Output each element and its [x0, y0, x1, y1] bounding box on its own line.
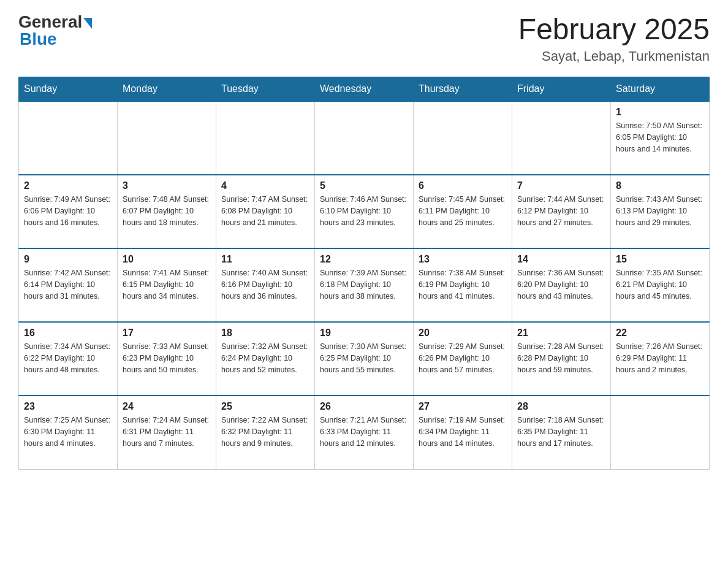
- calendar-day-cell: 7Sunrise: 7:44 AM Sunset: 6:12 PM Daylig…: [512, 175, 611, 248]
- day-number: 23: [24, 401, 112, 412]
- calendar-day-cell: [414, 101, 512, 175]
- calendar-day-cell: 1Sunrise: 7:50 AM Sunset: 6:05 PM Daylig…: [611, 101, 710, 175]
- calendar-week-row: 16Sunrise: 7:34 AM Sunset: 6:22 PM Dayli…: [19, 322, 710, 396]
- logo-arrow-icon: [83, 18, 92, 29]
- day-info: Sunrise: 7:24 AM Sunset: 6:31 PM Dayligh…: [123, 415, 211, 449]
- day-info: Sunrise: 7:42 AM Sunset: 6:14 PM Dayligh…: [24, 267, 112, 302]
- day-number: 3: [123, 180, 211, 191]
- day-info: Sunrise: 7:28 AM Sunset: 6:28 PM Dayligh…: [517, 341, 605, 375]
- day-number: 11: [221, 254, 309, 265]
- calendar-week-row: 23Sunrise: 7:25 AM Sunset: 6:30 PM Dayli…: [19, 396, 710, 469]
- calendar-day-cell: 10Sunrise: 7:41 AM Sunset: 6:15 PM Dayli…: [118, 248, 216, 322]
- calendar-day-cell: 16Sunrise: 7:34 AM Sunset: 6:22 PM Dayli…: [19, 322, 118, 396]
- day-of-week-header: Monday: [118, 77, 216, 102]
- day-info: Sunrise: 7:30 AM Sunset: 6:25 PM Dayligh…: [320, 341, 408, 375]
- calendar-day-cell: 2Sunrise: 7:49 AM Sunset: 6:06 PM Daylig…: [19, 175, 118, 248]
- day-info: Sunrise: 7:49 AM Sunset: 6:06 PM Dayligh…: [24, 194, 112, 228]
- logo: General Blue: [18, 12, 92, 49]
- calendar-day-cell: 25Sunrise: 7:22 AM Sunset: 6:32 PM Dayli…: [216, 396, 315, 469]
- day-info: Sunrise: 7:32 AM Sunset: 6:24 PM Dayligh…: [221, 341, 309, 375]
- day-info: Sunrise: 7:22 AM Sunset: 6:32 PM Dayligh…: [221, 415, 309, 449]
- day-info: Sunrise: 7:33 AM Sunset: 6:23 PM Dayligh…: [123, 341, 211, 375]
- day-number: 10: [123, 254, 211, 265]
- day-number: 7: [517, 180, 605, 191]
- calendar-day-cell: 26Sunrise: 7:21 AM Sunset: 6:33 PM Dayli…: [315, 396, 414, 469]
- calendar-day-cell: [315, 101, 414, 175]
- calendar-week-row: 2Sunrise: 7:49 AM Sunset: 6:06 PM Daylig…: [19, 175, 710, 248]
- month-title: February 2025: [518, 12, 710, 46]
- day-number: 24: [123, 401, 211, 412]
- day-number: 13: [419, 254, 507, 265]
- logo-blue-text: Blue: [18, 29, 57, 49]
- location-subtitle: Sayat, Lebap, Turkmenistan: [518, 48, 710, 64]
- day-info: Sunrise: 7:19 AM Sunset: 6:34 PM Dayligh…: [419, 415, 507, 449]
- day-number: 28: [517, 401, 605, 412]
- day-info: Sunrise: 7:40 AM Sunset: 6:16 PM Dayligh…: [221, 267, 309, 302]
- calendar-day-cell: 13Sunrise: 7:38 AM Sunset: 6:19 PM Dayli…: [414, 248, 512, 322]
- calendar-day-cell: 18Sunrise: 7:32 AM Sunset: 6:24 PM Dayli…: [216, 322, 315, 396]
- calendar-header-row: SundayMondayTuesdayWednesdayThursdayFrid…: [19, 77, 710, 102]
- day-of-week-header: Tuesday: [216, 77, 315, 102]
- day-info: Sunrise: 7:45 AM Sunset: 6:11 PM Dayligh…: [419, 194, 507, 228]
- calendar-day-cell: [19, 101, 118, 175]
- day-info: Sunrise: 7:36 AM Sunset: 6:20 PM Dayligh…: [517, 267, 605, 302]
- day-info: Sunrise: 7:29 AM Sunset: 6:26 PM Dayligh…: [419, 341, 507, 375]
- calendar-day-cell: 19Sunrise: 7:30 AM Sunset: 6:25 PM Dayli…: [315, 322, 414, 396]
- day-info: Sunrise: 7:34 AM Sunset: 6:22 PM Dayligh…: [24, 341, 112, 375]
- day-number: 8: [616, 180, 704, 191]
- day-info: Sunrise: 7:18 AM Sunset: 6:35 PM Dayligh…: [517, 415, 605, 449]
- day-number: 18: [221, 327, 309, 339]
- title-block: February 2025 Sayat, Lebap, Turkmenistan: [518, 12, 710, 64]
- day-info: Sunrise: 7:26 AM Sunset: 6:29 PM Dayligh…: [616, 341, 704, 375]
- day-info: Sunrise: 7:43 AM Sunset: 6:13 PM Dayligh…: [616, 194, 704, 228]
- calendar-day-cell: 3Sunrise: 7:48 AM Sunset: 6:07 PM Daylig…: [118, 175, 216, 248]
- day-number: 15: [616, 254, 704, 265]
- calendar-day-cell: 20Sunrise: 7:29 AM Sunset: 6:26 PM Dayli…: [414, 322, 512, 396]
- day-number: 2: [24, 180, 112, 191]
- day-number: 27: [419, 401, 507, 412]
- day-number: 14: [517, 254, 605, 265]
- day-number: 9: [24, 254, 112, 265]
- day-info: Sunrise: 7:21 AM Sunset: 6:33 PM Dayligh…: [320, 415, 408, 449]
- day-info: Sunrise: 7:39 AM Sunset: 6:18 PM Dayligh…: [320, 267, 408, 302]
- calendar-day-cell: 14Sunrise: 7:36 AM Sunset: 6:20 PM Dayli…: [512, 248, 611, 322]
- calendar-day-cell: [512, 101, 611, 175]
- day-info: Sunrise: 7:25 AM Sunset: 6:30 PM Dayligh…: [24, 415, 112, 449]
- calendar-day-cell: [216, 101, 315, 175]
- day-info: Sunrise: 7:35 AM Sunset: 6:21 PM Dayligh…: [616, 267, 704, 302]
- calendar-day-cell: 6Sunrise: 7:45 AM Sunset: 6:11 PM Daylig…: [414, 175, 512, 248]
- day-info: Sunrise: 7:46 AM Sunset: 6:10 PM Dayligh…: [320, 194, 408, 228]
- day-info: Sunrise: 7:41 AM Sunset: 6:15 PM Dayligh…: [123, 267, 211, 302]
- calendar-day-cell: 9Sunrise: 7:42 AM Sunset: 6:14 PM Daylig…: [19, 248, 118, 322]
- day-number: 26: [320, 401, 408, 412]
- day-info: Sunrise: 7:38 AM Sunset: 6:19 PM Dayligh…: [419, 267, 507, 302]
- day-number: 25: [221, 401, 309, 412]
- day-number: 5: [320, 180, 408, 191]
- day-number: 20: [419, 327, 507, 339]
- day-number: 12: [320, 254, 408, 265]
- day-info: Sunrise: 7:47 AM Sunset: 6:08 PM Dayligh…: [221, 194, 309, 228]
- calendar-day-cell: 8Sunrise: 7:43 AM Sunset: 6:13 PM Daylig…: [611, 175, 710, 248]
- day-of-week-header: Friday: [512, 77, 611, 102]
- calendar-day-cell: 15Sunrise: 7:35 AM Sunset: 6:21 PM Dayli…: [611, 248, 710, 322]
- day-number: 6: [419, 180, 507, 191]
- calendar-day-cell: 21Sunrise: 7:28 AM Sunset: 6:28 PM Dayli…: [512, 322, 611, 396]
- day-of-week-header: Wednesday: [315, 77, 414, 102]
- page-header: General Blue February 2025 Sayat, Lebap,…: [18, 12, 710, 64]
- day-number: 1: [616, 107, 704, 118]
- calendar-day-cell: 17Sunrise: 7:33 AM Sunset: 6:23 PM Dayli…: [118, 322, 216, 396]
- calendar-day-cell: 11Sunrise: 7:40 AM Sunset: 6:16 PM Dayli…: [216, 248, 315, 322]
- day-of-week-header: Sunday: [19, 77, 118, 102]
- calendar-day-cell: [611, 396, 710, 469]
- day-info: Sunrise: 7:48 AM Sunset: 6:07 PM Dayligh…: [123, 194, 211, 228]
- day-number: 19: [320, 327, 408, 339]
- day-number: 4: [221, 180, 309, 191]
- calendar-week-row: 1Sunrise: 7:50 AM Sunset: 6:05 PM Daylig…: [19, 101, 710, 175]
- calendar-day-cell: 28Sunrise: 7:18 AM Sunset: 6:35 PM Dayli…: [512, 396, 611, 469]
- day-number: 22: [616, 327, 704, 339]
- calendar-day-cell: 23Sunrise: 7:25 AM Sunset: 6:30 PM Dayli…: [19, 396, 118, 469]
- day-info: Sunrise: 7:44 AM Sunset: 6:12 PM Dayligh…: [517, 194, 605, 228]
- calendar-day-cell: 4Sunrise: 7:47 AM Sunset: 6:08 PM Daylig…: [216, 175, 315, 248]
- day-number: 16: [24, 327, 112, 339]
- calendar-day-cell: 22Sunrise: 7:26 AM Sunset: 6:29 PM Dayli…: [611, 322, 710, 396]
